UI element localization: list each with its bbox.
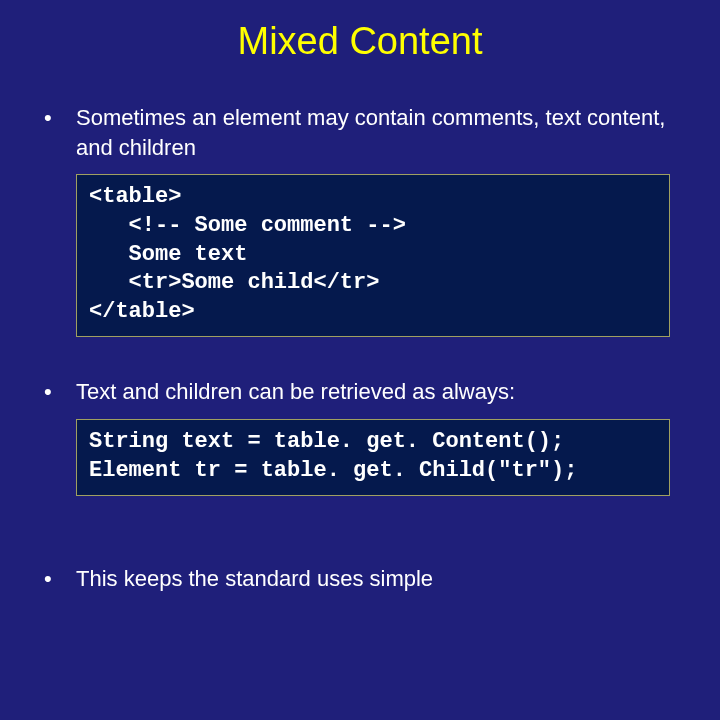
slide-title: Mixed Content (40, 20, 680, 63)
code-line: Some text (89, 241, 657, 270)
code-block-1: <table> <!-- Some comment --> Some text … (76, 174, 670, 337)
code-line: Element tr = table. get. Child("tr"); (89, 457, 657, 486)
code-block-2: String text = table. get. Content(); Ele… (76, 419, 670, 496)
bullet-text: This keeps the standard uses simple (76, 564, 433, 594)
bullet-marker: • (40, 377, 76, 407)
bullet-item: • This keeps the standard uses simple (40, 564, 680, 594)
code-line: <tr>Some child</tr> (89, 269, 657, 298)
bullet-text: Text and children can be retrieved as al… (76, 377, 515, 407)
slide: Mixed Content • Sometimes an element may… (0, 0, 720, 720)
bullet-marker: • (40, 103, 76, 133)
bullet-item: • Text and children can be retrieved as … (40, 377, 680, 407)
code-line: String text = table. get. Content(); (89, 428, 657, 457)
bullet-marker: • (40, 564, 76, 594)
code-line: <table> (89, 183, 657, 212)
code-line: <!-- Some comment --> (89, 212, 657, 241)
bullet-text: Sometimes an element may contain comment… (76, 103, 680, 162)
bullet-item: • Sometimes an element may contain comme… (40, 103, 680, 162)
code-line: </table> (89, 298, 657, 327)
